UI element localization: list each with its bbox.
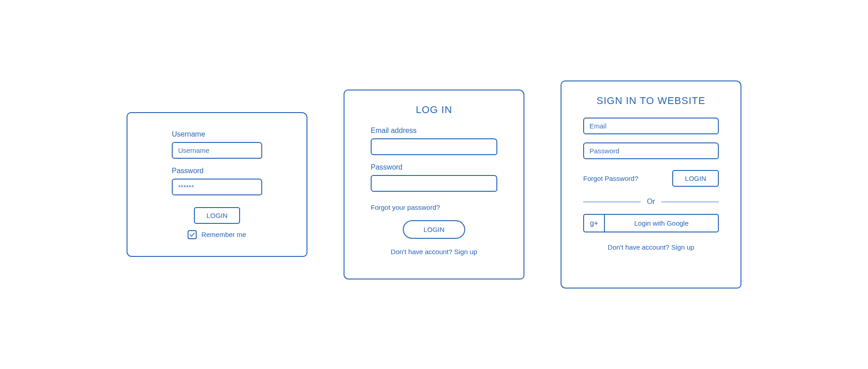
google-login-label: Login with Google bbox=[605, 215, 718, 232]
password-input[interactable] bbox=[172, 179, 262, 195]
or-label: Or bbox=[647, 198, 655, 206]
username-input[interactable] bbox=[172, 142, 262, 159]
check-icon bbox=[189, 232, 195, 238]
signup-link[interactable]: Don't have account? Sign up bbox=[391, 248, 477, 255]
login-form-email: LOG IN Email address Password Forgot you… bbox=[344, 90, 524, 279]
password-input[interactable] bbox=[371, 175, 497, 192]
remember-me-label: Remember me bbox=[201, 231, 246, 238]
forgot-password-link[interactable]: Forgot your password? bbox=[371, 203, 497, 211]
login-form-basic-inner: Username Password LOGIN Remember me bbox=[145, 130, 289, 239]
login-title: LOG IN bbox=[362, 104, 506, 116]
login-form-basic: Username Password LOGIN Remember me bbox=[127, 112, 307, 257]
signin-form-social: SIGN IN TO WEBSITE Forgot Password? LOGI… bbox=[561, 80, 741, 289]
password-label: Password bbox=[172, 167, 262, 175]
email-input[interactable] bbox=[371, 138, 497, 155]
login-button[interactable]: LOGIN bbox=[194, 207, 241, 224]
login-button[interactable]: LOGIN bbox=[672, 170, 719, 187]
email-label: Email address bbox=[371, 127, 497, 135]
login-form-email-inner: Email address Password Forgot your passw… bbox=[362, 127, 506, 256]
google-login-button[interactable]: g+ Login with Google bbox=[583, 214, 719, 232]
remember-me-checkbox[interactable] bbox=[188, 230, 197, 239]
or-divider: Or bbox=[583, 198, 719, 206]
username-label: Username bbox=[172, 130, 262, 138]
forgot-password-link[interactable]: Forgot Password? bbox=[583, 175, 638, 182]
password-label: Password bbox=[371, 163, 497, 171]
divider-line bbox=[583, 202, 641, 202]
signin-form-social-inner: Forgot Password? LOGIN Or g+ Login with … bbox=[579, 118, 723, 251]
signup-link[interactable]: Don't have account? Sign up bbox=[608, 243, 694, 251]
signin-title: SIGN IN TO WEBSITE bbox=[579, 95, 723, 107]
email-input[interactable] bbox=[583, 118, 719, 134]
divider-line bbox=[661, 202, 719, 202]
google-plus-icon: g+ bbox=[584, 215, 605, 232]
password-input[interactable] bbox=[583, 142, 719, 159]
login-button[interactable]: LOGIN bbox=[403, 220, 466, 239]
